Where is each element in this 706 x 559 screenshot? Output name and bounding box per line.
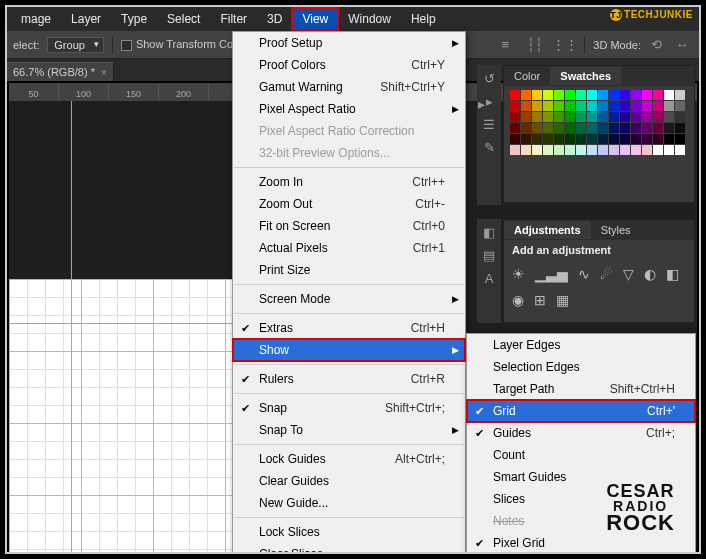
swatch[interactable] [609,90,619,100]
brush-icon[interactable]: ✎ [484,140,495,155]
swatch[interactable] [620,112,630,122]
swatch[interactable] [620,145,630,155]
menuitem-extras[interactable]: ✔ExtrasCtrl+H [233,317,465,339]
swatch[interactable] [554,134,564,144]
swatch[interactable] [554,123,564,133]
menuitem-grid[interactable]: ✔GridCtrl+' [467,400,695,422]
swatch[interactable] [554,112,564,122]
tab-color[interactable]: Color [504,67,550,85]
menuitem-proof-setup[interactable]: Proof Setup▶ [233,32,465,54]
swatch[interactable] [642,90,652,100]
swatch[interactable] [631,145,641,155]
swatch[interactable] [620,134,630,144]
swatch[interactable] [664,90,674,100]
distribute-icon[interactable]: ⋮⋮ [554,35,576,55]
swatch[interactable] [565,145,575,155]
swatch[interactable] [664,101,674,111]
char-icon[interactable]: A [485,271,494,286]
swatch[interactable] [510,112,520,122]
guide-horizontal[interactable] [9,323,234,324]
menuitem-pixel-grid[interactable]: ✔Pixel Grid [467,532,695,554]
swatch[interactable] [675,145,685,155]
swatch[interactable] [675,101,685,111]
swatch[interactable] [554,90,564,100]
menuitem-pixel-aspect-ratio[interactable]: Pixel Aspect Ratio▶ [233,98,465,120]
swatch[interactable] [664,145,674,155]
menuitem-print-size[interactable]: Print Size [233,259,465,281]
menuitem-show[interactable]: Show▶ [233,339,465,361]
swatch[interactable] [620,123,630,133]
swatch[interactable] [664,134,674,144]
swatch[interactable] [653,112,663,122]
swatch[interactable] [565,134,575,144]
hue-icon[interactable]: ◐ [644,266,656,282]
swatch[interactable] [675,123,685,133]
menuitem-layer-edges[interactable]: Layer Edges [467,334,695,356]
swatch[interactable] [609,145,619,155]
menuitem-actual-pixels[interactable]: Actual PixelsCtrl+1 [233,237,465,259]
swatch[interactable] [521,134,531,144]
layers-icon[interactable]: ▤ [483,248,495,263]
properties-icon[interactable]: ☰ [483,117,495,132]
swatch[interactable] [565,90,575,100]
swatch[interactable] [521,90,531,100]
history-icon[interactable]: ↺ [484,71,495,86]
photo-filter-icon[interactable]: ◉ [512,292,524,308]
levels-icon[interactable]: ▁▃▅ [535,266,568,282]
swatch[interactable] [543,134,553,144]
exposure-icon[interactable]: ☄ [600,266,613,282]
menuitem-lock-slices[interactable]: Lock Slices [233,521,465,543]
swatch[interactable] [543,145,553,155]
orbit-icon[interactable]: ⟲ [645,35,667,55]
menu-type[interactable]: Type [111,8,157,30]
swatch[interactable] [554,101,564,111]
swatch[interactable] [565,112,575,122]
swatch[interactable] [642,134,652,144]
swatch[interactable] [532,112,542,122]
swatch[interactable] [510,123,520,133]
menuitem-screen-mode[interactable]: Screen Mode▶ [233,288,465,310]
swatch[interactable] [664,123,674,133]
swatch[interactable] [521,112,531,122]
swatch[interactable] [521,101,531,111]
swatch[interactable] [521,123,531,133]
collapse-icon[interactable]: ▸ [478,96,485,112]
menuitem-count[interactable]: Count [467,444,695,466]
swatch[interactable] [510,145,520,155]
select-combo[interactable]: Group [47,37,104,53]
menuitem-clear-guides[interactable]: Clear Guides [233,470,465,492]
swatch[interactable] [521,145,531,155]
swatch[interactable] [576,90,586,100]
close-icon[interactable]: × [101,67,107,78]
menu-help[interactable]: Help [401,8,446,30]
guide-vertical[interactable] [71,101,72,554]
swatch[interactable] [675,90,685,100]
swatch[interactable] [598,145,608,155]
swatch[interactable] [642,101,652,111]
swatch[interactable] [609,112,619,122]
menuitem-selection-edges[interactable]: Selection Edges [467,356,695,378]
brightness-icon[interactable]: ☀ [512,266,525,282]
menu-3d[interactable]: 3D [257,8,292,30]
menuitem-snap-to[interactable]: Snap To▶ [233,419,465,441]
swatch[interactable] [576,123,586,133]
tab-swatches[interactable]: Swatches [550,67,621,85]
swatch[interactable] [587,134,597,144]
menu-filter[interactable]: Filter [210,8,257,30]
swatch[interactable] [653,90,663,100]
swatch[interactable] [532,145,542,155]
swatch[interactable] [532,134,542,144]
swatch[interactable] [576,112,586,122]
swatch[interactable] [653,145,663,155]
menuitem-lock-guides[interactable]: Lock GuidesAlt+Ctrl+; [233,448,465,470]
menuitem-guides[interactable]: ✔GuidesCtrl+; [467,422,695,444]
swatch[interactable] [653,134,663,144]
menuitem-fit-on-screen[interactable]: Fit on ScreenCtrl+0 [233,215,465,237]
swatch[interactable] [631,134,641,144]
swatch[interactable] [565,101,575,111]
swatch[interactable] [565,123,575,133]
channel-mixer-icon[interactable]: ⊞ [534,292,546,308]
menuitem-clear-slices[interactable]: Clear Slices [233,543,465,554]
swatch[interactable] [609,101,619,111]
swatch[interactable] [664,112,674,122]
